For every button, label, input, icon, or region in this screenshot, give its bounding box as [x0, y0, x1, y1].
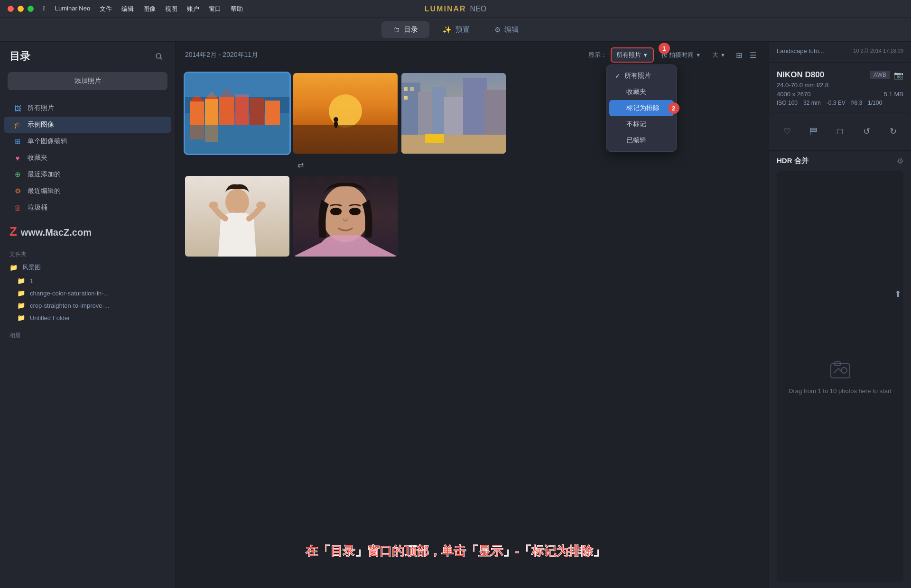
tab-edit[interactable]: ⚙ 编辑: [483, 21, 530, 38]
trash-label: 垃圾桶: [28, 203, 47, 212]
svg-rect-32: [425, 134, 444, 143]
dropdown-all-label: 所有照片: [624, 72, 651, 80]
svg-rect-29: [410, 87, 414, 91]
sidebar-item-recent-added[interactable]: ⊕ 最近添加的: [4, 166, 171, 183]
grid-view-button[interactable]: ⊞: [733, 49, 745, 62]
recent-edited-label: 最近编辑的: [28, 187, 61, 195]
heart-button[interactable]: ♡: [779, 123, 796, 140]
adjust-icon-wrap: [185, 160, 289, 169]
folder-1[interactable]: 📁 1: [0, 275, 175, 287]
dropdown-all-photos[interactable]: ✓ 所有照片: [609, 68, 674, 84]
rotate-right-button[interactable]: ↻: [884, 123, 902, 140]
wb-badge: AWB: [870, 71, 890, 79]
menu-help[interactable]: 帮助: [231, 5, 243, 13]
folder-untitled[interactable]: 📁 Untitled Folder: [0, 312, 175, 324]
menu-window[interactable]: 窗口: [209, 5, 221, 13]
hdr-drop-text: Drag from 1 to 10 photos here to start: [789, 386, 892, 396]
menu-account[interactable]: 账户: [187, 5, 199, 13]
sidebar-item-recent-edited[interactable]: ⚙ 最近编辑的: [4, 183, 171, 199]
watermark: Z www.MacZ.com: [0, 218, 175, 245]
dropdown-rejected[interactable]: 标记为排除 2: [609, 100, 674, 116]
tab-presets[interactable]: ✨ 预置: [431, 21, 481, 38]
camera-icon: 📷: [894, 71, 903, 80]
add-photos-button[interactable]: 添加照片: [8, 72, 167, 90]
sidebar-item-single-edit[interactable]: ⊞ 单个图像编辑: [4, 133, 171, 149]
landscape-folder-label: 风景图: [22, 263, 41, 272]
minimize-button[interactable]: [18, 6, 24, 12]
svg-rect-8: [250, 98, 264, 125]
date-range: 2014年2月 - 2020年11月: [185, 51, 258, 59]
photo-row-2: [185, 176, 759, 257]
filter-button[interactable]: 所有照片 ▼: [611, 47, 654, 63]
sidebar-item-sample-images[interactable]: 🎓 示例图像: [4, 117, 171, 133]
photo-thumb-5[interactable]: [293, 176, 398, 257]
dropdown-edited[interactable]: 已编辑: [609, 132, 674, 148]
svg-line-1: [160, 58, 162, 60]
detail-view-button[interactable]: ☰: [747, 49, 759, 62]
sidebar: 目录 添加照片 🖼 所有照片 🎓 示例图像 ⊞ 单个图像编辑: [0, 42, 176, 588]
reject-button[interactable]: □: [831, 123, 848, 140]
filter-value: 所有照片: [616, 51, 641, 59]
sidebar-title: 目录: [9, 49, 30, 64]
window-controls: [8, 6, 34, 12]
photo-grid: ⇄: [176, 68, 769, 588]
menu-file[interactable]: 文件: [100, 5, 112, 13]
rotate-left-button[interactable]: ↺: [858, 123, 875, 140]
svg-rect-15: [185, 73, 289, 97]
folder-change-color[interactable]: 📁 change-color-saturation-in-...: [0, 287, 175, 299]
menu-image[interactable]: 图像: [143, 5, 156, 13]
filter-dropdown-menu: ✓ 所有照片 收藏夹 标记为排除 2: [606, 64, 677, 152]
photo-thumb-3[interactable]: [401, 73, 506, 154]
photo-title: Landscape tuto...: [777, 47, 824, 55]
aperture-value: f/6.3: [851, 100, 862, 106]
dropdown-rejected-label: 标记为排除: [626, 104, 660, 112]
search-button[interactable]: [152, 50, 166, 63]
landscape-folder-icon: 📁: [9, 264, 18, 271]
dropdown-edited-label: 已编辑: [626, 136, 646, 145]
photo-thumb-1[interactable]: [185, 73, 289, 154]
svg-point-43: [841, 368, 847, 373]
filter-dropdown-wrap: 所有照片 ▼ 1 ✓ 所有照片: [611, 47, 654, 63]
photo-thumb-2[interactable]: [293, 73, 398, 154]
main-layout: 目录 添加照片 🖼 所有照片 🎓 示例图像 ⊞ 单个图像编辑: [0, 42, 911, 588]
menu-view[interactable]: 视图: [165, 5, 177, 13]
dropdown-unflagged[interactable]: 不标记: [609, 116, 674, 132]
focal-value: 32 mm: [803, 100, 821, 106]
photo-thumb-4[interactable]: [185, 176, 289, 257]
sample-images-label: 示例图像: [28, 120, 54, 129]
logo-sub: NEO: [470, 5, 487, 13]
photo-3-content: [401, 73, 506, 154]
menu-app[interactable]: Luminar Neo: [55, 5, 90, 13]
folder-change-color-icon: 📁: [17, 289, 25, 297]
sidebar-item-trash[interactable]: 🗑 垃圾桶: [4, 200, 171, 216]
tab-catalog[interactable]: 🗂 目录: [381, 21, 429, 38]
search-icon: [155, 53, 163, 60]
sidebar-nav: 🖼 所有照片 🎓 示例图像 ⊞ 单个图像编辑 ♥ 收藏夹 ⊕ 最近添加的 ⚙ 最: [0, 98, 175, 218]
hdr-drop-zone[interactable]: Drag from 1 to 10 photos here to start: [777, 171, 903, 582]
chevron-down-icon: ▼: [643, 52, 648, 58]
svg-rect-30: [404, 96, 408, 100]
svg-rect-4: [190, 101, 204, 125]
flag-button[interactable]: ⛿: [805, 123, 822, 140]
maximize-button[interactable]: [28, 6, 34, 12]
folder-crop-straighten[interactable]: 📁 crop-straighten-to-improve-...: [0, 299, 175, 312]
dropdown-favorites[interactable]: 收藏夹: [609, 84, 674, 100]
size-button[interactable]: 大 ▼: [708, 48, 729, 62]
folder-crop-label: crop-straighten-to-improve-...: [30, 302, 110, 309]
svg-point-36: [256, 202, 266, 209]
svg-rect-7: [235, 94, 249, 125]
settings-icon[interactable]: ⚙: [897, 156, 903, 165]
step-2-badge: 2: [668, 102, 679, 114]
folder-landscape[interactable]: 📁 风景图: [0, 260, 175, 275]
size-chevron-icon: ▼: [720, 52, 725, 58]
sidebar-item-all-photos[interactable]: 🖼 所有照片: [4, 100, 171, 116]
recent-added-label: 最近添加的: [28, 170, 61, 179]
menu-apple[interactable]: : [43, 5, 46, 13]
hdr-title: HDR 合并: [777, 156, 809, 165]
sidebar-item-favorites[interactable]: ♥ 收藏夹: [4, 150, 171, 166]
folder-change-color-label: change-color-saturation-in-...: [30, 290, 109, 297]
menu-edit[interactable]: 编辑: [121, 5, 134, 13]
share-icon[interactable]: ⬆: [894, 289, 902, 299]
photo-4-content: [185, 176, 289, 257]
close-button[interactable]: [8, 6, 14, 12]
